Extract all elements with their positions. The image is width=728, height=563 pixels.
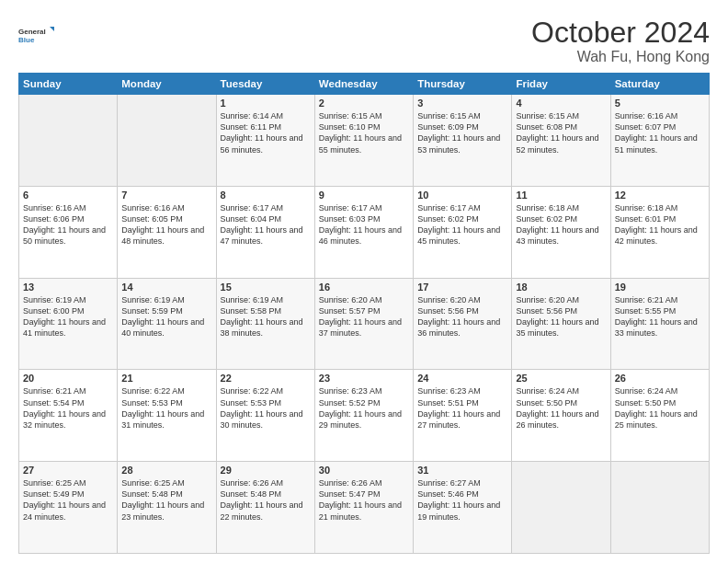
logo: General Blue — [18, 17, 55, 53]
day-cell — [610, 462, 709, 554]
day-number: 13 — [23, 282, 113, 293]
day-cell: 13 Sunrise: 6:19 AMSunset: 6:00 PMDaylig… — [19, 278, 118, 370]
day-cell: 9 Sunrise: 6:17 AMSunset: 6:03 PMDayligh… — [314, 186, 413, 278]
day-number: 11 — [516, 190, 606, 201]
day-number: 19 — [615, 282, 705, 293]
week-row-2: 6 Sunrise: 6:16 AMSunset: 6:06 PMDayligh… — [19, 186, 710, 278]
week-row-1: 1 Sunrise: 6:14 AMSunset: 6:11 PMDayligh… — [19, 95, 710, 187]
day-info: Sunrise: 6:24 AMSunset: 5:50 PMDaylight:… — [615, 385, 705, 431]
day-info: Sunrise: 6:18 AMSunset: 6:02 PMDaylight:… — [516, 202, 606, 247]
day-cell: 4 Sunrise: 6:15 AMSunset: 6:08 PMDayligh… — [512, 95, 610, 187]
day-cell: 3 Sunrise: 6:15 AMSunset: 6:09 PMDayligh… — [414, 95, 512, 187]
col-header-thursday: Thursday — [414, 74, 512, 95]
day-cell: 21 Sunrise: 6:22 AMSunset: 5:53 PMDaylig… — [118, 370, 216, 462]
day-info: Sunrise: 6:25 AMSunset: 5:49 PMDaylight:… — [23, 477, 113, 523]
svg-marker-2 — [50, 27, 54, 31]
day-cell — [118, 95, 216, 187]
day-cell: 19 Sunrise: 6:21 AMSunset: 5:55 PMDaylig… — [610, 278, 709, 370]
day-cell: 25 Sunrise: 6:24 AMSunset: 5:50 PMDaylig… — [512, 370, 610, 462]
day-cell: 16 Sunrise: 6:20 AMSunset: 5:57 PMDaylig… — [314, 278, 413, 370]
day-number: 1 — [221, 98, 311, 109]
day-cell — [512, 462, 610, 554]
day-info: Sunrise: 6:23 AMSunset: 5:51 PMDaylight:… — [417, 385, 507, 431]
day-number: 14 — [121, 282, 211, 293]
day-info: Sunrise: 6:15 AMSunset: 6:08 PMDaylight:… — [516, 110, 606, 155]
day-info: Sunrise: 6:20 AMSunset: 5:56 PMDaylight:… — [417, 294, 507, 339]
day-info: Sunrise: 6:19 AMSunset: 6:00 PMDaylight:… — [23, 294, 113, 339]
logo-svg: General Blue — [18, 17, 55, 53]
day-info: Sunrise: 6:26 AMSunset: 5:47 PMDaylight:… — [319, 477, 409, 523]
day-number: 7 — [121, 190, 211, 201]
day-cell: 27 Sunrise: 6:25 AMSunset: 5:49 PMDaylig… — [19, 462, 118, 554]
day-info: Sunrise: 6:18 AMSunset: 6:01 PMDaylight:… — [615, 202, 705, 247]
day-info: Sunrise: 6:15 AMSunset: 6:10 PMDaylight:… — [319, 110, 409, 155]
day-cell: 7 Sunrise: 6:16 AMSunset: 6:05 PMDayligh… — [118, 186, 216, 278]
day-cell — [19, 95, 118, 187]
day-info: Sunrise: 6:20 AMSunset: 5:57 PMDaylight:… — [319, 294, 409, 339]
day-number: 3 — [417, 98, 507, 109]
day-cell: 26 Sunrise: 6:24 AMSunset: 5:50 PMDaylig… — [610, 370, 709, 462]
day-info: Sunrise: 6:19 AMSunset: 5:58 PMDaylight:… — [221, 294, 311, 339]
col-header-sunday: Sunday — [19, 74, 118, 95]
col-header-saturday: Saturday — [610, 74, 709, 95]
day-info: Sunrise: 6:22 AMSunset: 5:53 PMDaylight:… — [121, 385, 211, 431]
day-cell: 14 Sunrise: 6:19 AMSunset: 5:59 PMDaylig… — [118, 278, 216, 370]
day-number: 2 — [319, 98, 409, 109]
day-cell: 6 Sunrise: 6:16 AMSunset: 6:06 PMDayligh… — [19, 186, 118, 278]
day-number: 16 — [319, 282, 409, 293]
day-info: Sunrise: 6:16 AMSunset: 6:05 PMDaylight:… — [121, 202, 211, 247]
day-cell: 18 Sunrise: 6:20 AMSunset: 5:56 PMDaylig… — [512, 278, 610, 370]
day-number: 21 — [121, 373, 211, 384]
header-row: SundayMondayTuesdayWednesdayThursdayFrid… — [19, 74, 710, 95]
day-info: Sunrise: 6:17 AMSunset: 6:02 PMDaylight:… — [417, 202, 507, 247]
title-block: October 2024 Wah Fu, Hong Kong — [531, 17, 710, 65]
col-header-tuesday: Tuesday — [216, 74, 314, 95]
day-cell: 2 Sunrise: 6:15 AMSunset: 6:10 PMDayligh… — [314, 95, 413, 187]
day-cell: 8 Sunrise: 6:17 AMSunset: 6:04 PMDayligh… — [216, 186, 314, 278]
day-info: Sunrise: 6:23 AMSunset: 5:52 PMDaylight:… — [319, 385, 409, 431]
day-info: Sunrise: 6:16 AMSunset: 6:07 PMDaylight:… — [615, 110, 705, 155]
svg-text:General: General — [18, 28, 46, 36]
day-info: Sunrise: 6:21 AMSunset: 5:55 PMDaylight:… — [615, 294, 705, 339]
week-row-3: 13 Sunrise: 6:19 AMSunset: 6:00 PMDaylig… — [19, 278, 710, 370]
page: General Blue October 2024 Wah Fu, Hong K… — [0, 0, 728, 563]
week-row-4: 20 Sunrise: 6:21 AMSunset: 5:54 PMDaylig… — [19, 370, 710, 462]
day-info: Sunrise: 6:17 AMSunset: 6:03 PMDaylight:… — [319, 202, 409, 247]
day-number: 12 — [615, 190, 705, 201]
day-number: 18 — [516, 282, 606, 293]
week-row-5: 27 Sunrise: 6:25 AMSunset: 5:49 PMDaylig… — [19, 462, 710, 554]
day-number: 8 — [221, 190, 311, 201]
day-number: 6 — [23, 190, 113, 201]
day-number: 5 — [615, 98, 705, 109]
day-number: 25 — [516, 373, 606, 384]
day-cell: 22 Sunrise: 6:22 AMSunset: 5:53 PMDaylig… — [216, 370, 314, 462]
day-info: Sunrise: 6:20 AMSunset: 5:56 PMDaylight:… — [516, 294, 606, 339]
day-number: 22 — [221, 373, 311, 384]
svg-text:Blue: Blue — [18, 36, 35, 44]
day-number: 30 — [319, 465, 409, 476]
col-header-friday: Friday — [512, 74, 610, 95]
day-number: 26 — [615, 373, 705, 384]
col-header-monday: Monday — [118, 74, 216, 95]
day-info: Sunrise: 6:14 AMSunset: 6:11 PMDaylight:… — [221, 110, 311, 155]
day-number: 31 — [417, 465, 507, 476]
calendar-header: SundayMondayTuesdayWednesdayThursdayFrid… — [19, 74, 710, 95]
day-cell: 23 Sunrise: 6:23 AMSunset: 5:52 PMDaylig… — [314, 370, 413, 462]
day-info: Sunrise: 6:27 AMSunset: 5:46 PMDaylight:… — [417, 477, 507, 523]
calendar-table: SundayMondayTuesdayWednesdayThursdayFrid… — [18, 73, 710, 554]
month-title: October 2024 — [531, 17, 710, 49]
day-info: Sunrise: 6:17 AMSunset: 6:04 PMDaylight:… — [221, 202, 311, 247]
day-number: 9 — [319, 190, 409, 201]
day-info: Sunrise: 6:22 AMSunset: 5:53 PMDaylight:… — [221, 385, 311, 431]
day-info: Sunrise: 6:21 AMSunset: 5:54 PMDaylight:… — [23, 385, 113, 431]
day-number: 23 — [319, 373, 409, 384]
day-cell: 17 Sunrise: 6:20 AMSunset: 5:56 PMDaylig… — [414, 278, 512, 370]
day-number: 15 — [221, 282, 311, 293]
day-number: 17 — [417, 282, 507, 293]
day-info: Sunrise: 6:16 AMSunset: 6:06 PMDaylight:… — [23, 202, 113, 247]
day-cell: 30 Sunrise: 6:26 AMSunset: 5:47 PMDaylig… — [314, 462, 413, 554]
day-info: Sunrise: 6:19 AMSunset: 5:59 PMDaylight:… — [121, 294, 211, 339]
day-info: Sunrise: 6:15 AMSunset: 6:09 PMDaylight:… — [417, 110, 507, 155]
day-info: Sunrise: 6:24 AMSunset: 5:50 PMDaylight:… — [516, 385, 606, 431]
day-number: 10 — [417, 190, 507, 201]
